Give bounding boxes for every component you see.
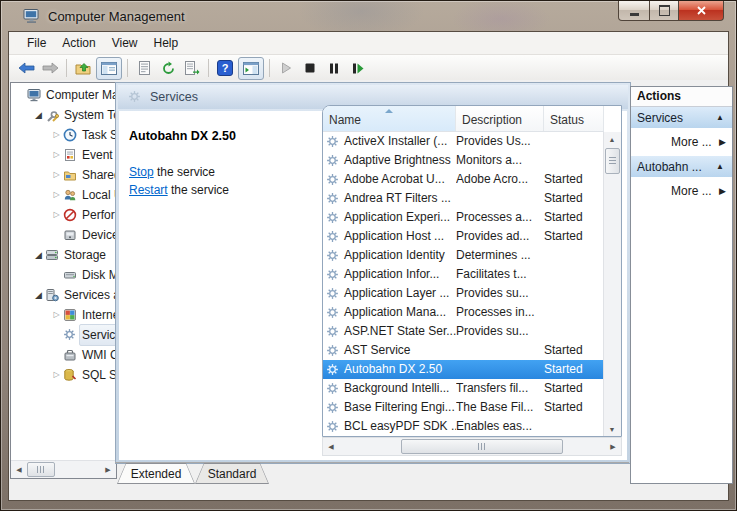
expander-icon[interactable]: ◢ xyxy=(32,245,45,265)
pause-service-button[interactable] xyxy=(323,57,345,79)
back-button[interactable] xyxy=(15,57,37,79)
expander-icon[interactable]: ▷ xyxy=(50,305,63,325)
action-pane-button[interactable] xyxy=(238,57,264,80)
expander-icon[interactable]: ▷ xyxy=(50,205,63,225)
tree-item-wmi-c[interactable]: WMI C xyxy=(11,345,116,365)
maximize-button[interactable] xyxy=(650,1,679,21)
column-header-description[interactable]: Description xyxy=(456,106,544,131)
expander-icon[interactable]: ▷ xyxy=(50,185,63,205)
tree-horizontal-scrollbar[interactable]: ◀ ▶ xyxy=(11,460,116,478)
service-row[interactable]: Background Intelli...Transfers fil...Sta… xyxy=(323,379,604,398)
scroll-left-button[interactable]: ◀ xyxy=(323,439,339,454)
service-row[interactable]: Application IdentityDetermines ... xyxy=(323,246,604,265)
expander-icon[interactable]: ▷ xyxy=(50,145,63,165)
console-tree-button[interactable] xyxy=(96,57,122,80)
start-service-button[interactable] xyxy=(275,57,297,79)
restart-service-button[interactable] xyxy=(347,57,369,79)
service-row[interactable]: ASP.NET State Ser...Provides su... xyxy=(323,322,604,341)
tree-item-device[interactable]: Device xyxy=(11,225,116,245)
services-vertical-scrollbar[interactable]: ▲ ▼ xyxy=(603,132,621,436)
tree-item-interne[interactable]: ▷Interne xyxy=(11,305,116,325)
service-row[interactable]: ActiveX Installer (...Provides Us... xyxy=(323,132,604,151)
actions-section-autobahn[interactable]: Autobahn ... ▲ xyxy=(631,156,732,177)
stop-service-link[interactable]: Stop xyxy=(129,165,154,179)
up-folder-button[interactable] xyxy=(72,57,94,79)
tree-item-system-to[interactable]: ◢System To xyxy=(11,105,116,125)
scroll-down-button[interactable]: ▼ xyxy=(604,422,620,436)
expander-icon[interactable]: ▷ xyxy=(50,165,63,185)
close-button[interactable] xyxy=(679,1,724,21)
tree-item-task-s[interactable]: ▷Task S xyxy=(11,125,116,145)
tree-item-shared[interactable]: ▷Shared xyxy=(11,165,116,185)
start-service-icon xyxy=(281,62,292,74)
export-list-button[interactable] xyxy=(181,57,203,79)
menu-file[interactable]: File xyxy=(19,34,54,52)
pause-service-icon xyxy=(329,63,339,74)
column-name-label: Name xyxy=(329,113,361,127)
service-row[interactable]: Application Experi...Processes a...Start… xyxy=(323,208,604,227)
service-row[interactable]: Application Mana...Processes in... xyxy=(323,303,604,322)
help-button[interactable]: ? xyxy=(214,57,236,79)
scroll-right-button[interactable]: ▶ xyxy=(605,439,621,454)
column-header-name[interactable]: Name xyxy=(323,106,456,131)
scrollbar-thumb[interactable] xyxy=(27,462,55,477)
more-actions-label: More ... xyxy=(671,184,712,198)
actions-section-services[interactable]: Services ▲ xyxy=(631,107,732,128)
collapse-icon[interactable]: ▲ xyxy=(716,113,724,122)
scroll-up-button[interactable]: ▲ xyxy=(604,132,620,146)
tree-item-service[interactable]: Service xyxy=(11,325,116,345)
service-row[interactable]: Application Host ...Provides ad...Starte… xyxy=(323,227,604,246)
forward-button[interactable] xyxy=(39,57,61,79)
service-description: Enables eas... xyxy=(456,417,544,436)
computer-icon xyxy=(23,8,40,24)
service-name-cell: Application Identity xyxy=(323,246,456,265)
service-name: BCL easyPDF SDK ... xyxy=(344,417,456,436)
tree-item-computer-ma[interactable]: Computer Ma xyxy=(11,85,116,105)
scrollbar-thumb[interactable] xyxy=(605,148,620,174)
service-name-cell: ASP.NET State Ser... xyxy=(323,322,456,341)
properties-button[interactable] xyxy=(133,57,155,79)
tree-item-services-an[interactable]: ◢Services an xyxy=(11,285,116,305)
collapse-icon[interactable]: ▲ xyxy=(716,162,724,171)
tab-extended[interactable]: Extended xyxy=(117,463,195,484)
minimize-button[interactable] xyxy=(618,1,650,21)
stop-service-button[interactable] xyxy=(299,57,321,79)
services-horizontal-scrollbar[interactable]: ◀ ▶ xyxy=(322,437,622,456)
menu-action[interactable]: Action xyxy=(54,34,103,52)
tree-item-perform[interactable]: ▷Perform xyxy=(11,205,116,225)
service-row[interactable]: Application Infor...Facilitates t... xyxy=(323,265,604,284)
expander-icon[interactable]: ◢ xyxy=(32,105,45,125)
actions-pane: Actions Services ▲ More ... ▶ Autobahn .… xyxy=(630,86,733,484)
service-row[interactable]: AST ServiceStarted xyxy=(323,341,604,360)
tab-standard[interactable]: Standard xyxy=(195,463,269,484)
refresh-button[interactable] xyxy=(157,57,179,79)
scrollbar-thumb[interactable] xyxy=(401,439,563,454)
expander-icon[interactable]: ▷ xyxy=(50,365,63,385)
restart-service-link[interactable]: Restart xyxy=(129,183,168,197)
menu-help[interactable]: Help xyxy=(146,34,187,52)
service-row[interactable]: Application Layer ...Provides su... xyxy=(323,284,604,303)
column-header-status[interactable]: Status xyxy=(544,106,604,131)
title-bar[interactable]: Computer Management xyxy=(1,1,736,31)
tree-item-storage[interactable]: ◢Storage xyxy=(11,245,116,265)
selected-service-name: Autobahn DX 2.50 xyxy=(129,129,236,143)
tree-item-event-v[interactable]: ▷Event V xyxy=(11,145,116,165)
service-row[interactable]: Adaptive BrightnessMonitors a... xyxy=(323,151,604,170)
service-row[interactable]: BCL easyPDF SDK ...Enables eas... xyxy=(323,417,604,436)
menu-view[interactable]: View xyxy=(104,34,146,52)
tree-item-local-u[interactable]: ▷Local U xyxy=(11,185,116,205)
service-row[interactable]: Autobahn DX 2.50Started xyxy=(323,360,604,379)
scroll-left-button[interactable]: ◀ xyxy=(11,462,27,477)
service-gear-icon xyxy=(326,211,339,224)
expander-icon[interactable]: ▷ xyxy=(50,125,63,145)
stop-service-text: the service xyxy=(154,165,215,179)
actions-more-autobahn[interactable]: More ... ▶ xyxy=(631,177,732,205)
tree-item-sql-se[interactable]: ▷SQL Se xyxy=(11,365,116,385)
service-row[interactable]: Base Filtering Engi...The Base Fil...Sta… xyxy=(323,398,604,417)
actions-more-services[interactable]: More ... ▶ xyxy=(631,128,732,156)
scroll-right-button[interactable]: ▶ xyxy=(100,462,116,477)
expander-icon[interactable]: ◢ xyxy=(32,285,45,305)
service-row[interactable]: Adobe Acrobat U...Adobe Acro...Started xyxy=(323,170,604,189)
tree-item-disk-m[interactable]: Disk M xyxy=(11,265,116,285)
service-row[interactable]: Andrea RT Filters ...Started xyxy=(323,189,604,208)
